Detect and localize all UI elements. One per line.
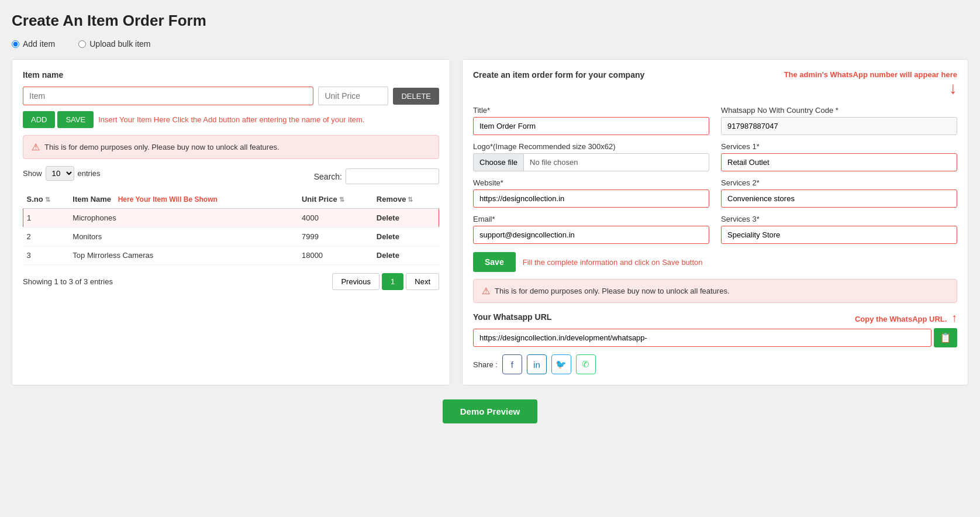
file-input-row: Choose file No file chosen <box>473 153 709 171</box>
copy-note: Copy the WhatsApp URL. ↑ <box>855 311 957 325</box>
whatsapp-url-label: Your Whatsapp URL <box>473 312 551 322</box>
pagination: Previous 1 Next <box>332 273 439 290</box>
unit-price-input[interactable] <box>318 87 388 105</box>
table-controls: Show 10 25 50 entries Search: <box>23 166 439 187</box>
radio-add-item[interactable]: Add item <box>12 39 55 49</box>
table-row: 2 Monitors 7999 Delete <box>23 228 439 246</box>
page-title: Create An Item Order Form <box>12 12 968 30</box>
linkedin-share-button[interactable]: in <box>527 354 547 374</box>
save-row: Save Fill the complete information and c… <box>473 252 957 272</box>
cell-remove: Delete <box>373 228 439 246</box>
input-whatsapp[interactable] <box>721 117 957 135</box>
form-group-email: Email* <box>473 215 709 244</box>
whatsapp-share-button[interactable]: ✆ <box>576 354 596 374</box>
left-demo-alert: ⚠ This is for demo purposes only. Please… <box>23 135 439 159</box>
arrow-down-icon: ↓ <box>949 79 957 98</box>
item-input-row: DELETE <box>23 87 439 105</box>
right-demo-alert: ⚠ This is for demo purposes only. Please… <box>473 279 957 303</box>
twitter-share-button[interactable]: 🐦 <box>551 354 571 374</box>
left-panel: Item name DELETE ADD SAVE Insert Your It… <box>12 59 450 385</box>
next-button[interactable]: Next <box>406 273 439 290</box>
file-name: No file chosen <box>523 153 709 171</box>
prev-button[interactable]: Previous <box>332 273 379 290</box>
label-title: Title* <box>473 106 709 115</box>
bottom-preview: Demo Preview <box>12 399 968 423</box>
col-remove: Remove <box>373 190 439 209</box>
form-group-services2: Services 2* <box>721 178 957 208</box>
cell-sno: 2 <box>23 228 70 246</box>
cell-item-name: Monitors <box>69 228 298 246</box>
cell-sno: 3 <box>23 246 70 265</box>
share-row: Share : f in 🐦 ✆ <box>473 354 957 374</box>
choose-file-button[interactable]: Choose file <box>473 153 523 171</box>
save-item-button[interactable]: SAVE <box>57 111 94 128</box>
cell-remove: Delete <box>373 209 439 228</box>
delete-link[interactable]: Delete <box>377 213 399 222</box>
url-row: 📋 <box>473 328 957 347</box>
add-button[interactable]: ADD <box>23 111 55 128</box>
delete-button[interactable]: DELETE <box>393 88 439 105</box>
search-group: Search: <box>314 168 439 184</box>
table-row: 1 Microphones 4000 Delete <box>23 209 439 228</box>
form-grid: Title* Whatsapp No With Country Code * L… <box>473 106 957 244</box>
form-group-title: Title* <box>473 106 709 135</box>
form-group-logo: Logo*(Image Recommended size 300x62) Cho… <box>473 142 709 171</box>
cell-sno: 1 <box>23 209 70 228</box>
pagination-area: Showing 1 to 3 of 3 entries Previous 1 N… <box>23 273 439 290</box>
url-header: Your Whatsapp URL Copy the WhatsApp URL.… <box>473 311 957 325</box>
cell-item-name: Top Mirrorless Cameras <box>69 246 298 265</box>
input-services1[interactable] <box>721 153 957 171</box>
right-header: Create an item order form for your compa… <box>473 70 957 98</box>
show-entries: Show 10 25 50 entries <box>23 166 101 181</box>
alert-icon: ⚠ <box>32 142 40 153</box>
label-whatsapp: Whatsapp No With Country Code * <box>721 106 957 115</box>
items-table: S.no Item Name Here Your Item Will Be Sh… <box>23 190 439 265</box>
right-header-title: Create an item order form for your compa… <box>473 70 644 80</box>
input-title[interactable] <box>473 117 709 135</box>
item-input[interactable] <box>23 87 313 105</box>
save-form-button[interactable]: Save <box>473 252 516 272</box>
label-website: Website* <box>473 178 709 187</box>
form-group-whatsapp: Whatsapp No With Country Code * <box>721 106 957 135</box>
facebook-share-button[interactable]: f <box>502 354 522 374</box>
page-1-button[interactable]: 1 <box>382 273 403 290</box>
table-row: 3 Top Mirrorless Cameras 18000 Delete <box>23 246 439 265</box>
col-item-name: Item Name Here Your Item Will Be Shown <box>69 190 298 209</box>
demo-preview-button[interactable]: Demo Preview <box>443 399 538 423</box>
form-group-services3: Services 3* <box>721 215 957 244</box>
copy-url-button[interactable]: 📋 <box>934 328 957 347</box>
delete-link[interactable]: Delete <box>377 232 399 241</box>
label-logo: Logo*(Image Recommended size 300x62) <box>473 142 709 151</box>
whatsapp-url-input[interactable] <box>473 329 931 347</box>
radio-upload-bulk[interactable]: Upload bulk item <box>78 39 150 49</box>
save-hint: Fill the complete information and click … <box>523 258 703 267</box>
label-email: Email* <box>473 215 709 223</box>
cell-unit-price: 18000 <box>298 246 373 265</box>
cell-item-name: Microphones <box>69 209 298 228</box>
whatsapp-note: The admin's WhatsApp number will appear … <box>784 70 957 79</box>
label-services2: Services 2* <box>721 178 957 187</box>
alert-icon-right: ⚠ <box>482 285 490 297</box>
panel-label: Item name <box>23 70 439 80</box>
form-group-services1: Services 1* <box>721 142 957 171</box>
label-services1: Services 1* <box>721 142 957 151</box>
pagination-info: Showing 1 to 3 of 3 entries <box>23 277 113 286</box>
label-services3: Services 3* <box>721 215 957 223</box>
cell-unit-price: 4000 <box>298 209 373 228</box>
item-hint: Here Your Item Will Be Shown <box>118 195 218 204</box>
whatsapp-note-area: The admin's WhatsApp number will appear … <box>784 70 957 98</box>
delete-link[interactable]: Delete <box>377 251 399 260</box>
whatsapp-url-section: Your Whatsapp URL Copy the WhatsApp URL.… <box>473 311 957 347</box>
col-sno: S.no <box>23 190 70 209</box>
entries-select[interactable]: 10 25 50 <box>46 166 74 181</box>
radio-group: Add item Upload bulk item <box>12 39 968 49</box>
input-services2[interactable] <box>721 189 957 208</box>
input-website[interactable] <box>473 189 709 208</box>
form-group-website: Website* <box>473 178 709 208</box>
search-input[interactable] <box>346 168 439 184</box>
input-services3[interactable] <box>721 226 957 244</box>
insert-hint: Insert Your Item Here Click the Add butt… <box>98 115 364 124</box>
col-unit-price: Unit Price <box>298 190 373 209</box>
input-email[interactable] <box>473 226 709 244</box>
right-panel: Create an item order form for your compa… <box>462 59 968 385</box>
